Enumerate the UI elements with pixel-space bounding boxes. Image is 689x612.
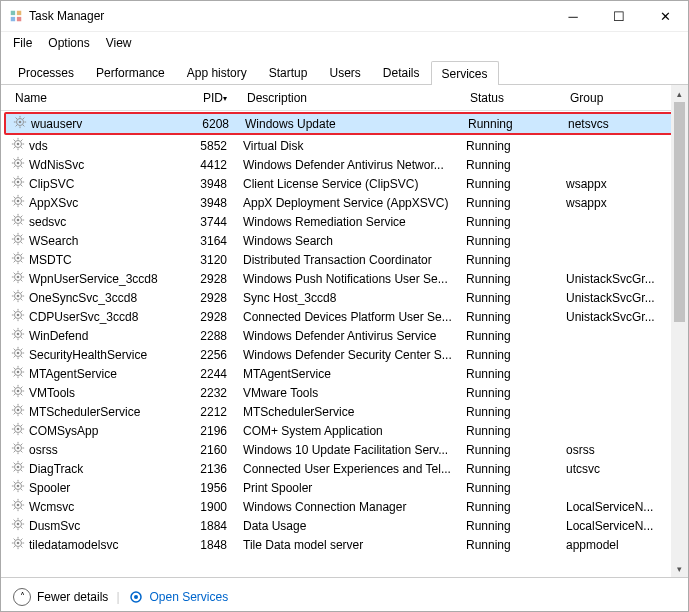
service-description: Windows Search	[243, 234, 466, 248]
table-row[interactable]: MTSchedulerService2212MTSchedulerService…	[1, 402, 688, 421]
close-button[interactable]: ✕	[642, 1, 688, 31]
service-pid: 2196	[195, 424, 243, 438]
service-description: Windows Connection Manager	[243, 500, 466, 514]
table-row[interactable]: wuauserv6208Windows UpdateRunningnetsvcs	[4, 112, 685, 135]
table-row[interactable]: OneSyncSvc_3ccd82928Sync Host_3ccd8Runni…	[1, 288, 688, 307]
service-pid: 2212	[195, 405, 243, 419]
service-status: Running	[466, 462, 566, 476]
scroll-down-icon[interactable]: ▾	[671, 560, 688, 577]
table-row[interactable]: SecurityHealthService2256Windows Defende…	[1, 345, 688, 364]
table-row[interactable]: DusmSvc1884Data UsageRunningLocalService…	[1, 516, 688, 535]
menu-view[interactable]: View	[106, 36, 132, 50]
svg-point-5	[17, 143, 20, 146]
gear-icon	[128, 589, 144, 605]
service-name: COMSysApp	[29, 424, 98, 438]
column-name[interactable]: Name	[11, 91, 195, 105]
service-status: Running	[466, 234, 566, 248]
service-pid: 1848	[195, 538, 243, 552]
svg-point-25	[17, 523, 20, 526]
service-pid: 1900	[195, 500, 243, 514]
tab-services[interactable]: Services	[431, 61, 499, 85]
table-row[interactable]: CDPUserSvc_3ccd82928Connected Devices Pl…	[1, 307, 688, 326]
column-description[interactable]: Description	[243, 91, 466, 105]
svg-point-7	[17, 181, 20, 184]
scroll-up-icon[interactable]: ▴	[671, 85, 688, 102]
service-icon	[11, 308, 25, 325]
service-pid: 3948	[195, 177, 243, 191]
maximize-button[interactable]: ☐	[596, 1, 642, 31]
service-status: Running	[466, 310, 566, 324]
table-row[interactable]: osrss2160Windows 10 Update Facilitation …	[1, 440, 688, 459]
table-row[interactable]: sedsvc3744Windows Remediation ServiceRun…	[1, 212, 688, 231]
scroll-thumb[interactable]	[674, 102, 685, 322]
chevron-up-icon: ˄	[13, 588, 31, 606]
service-status: Running	[466, 538, 566, 552]
service-name: DusmSvc	[29, 519, 80, 533]
svg-rect-2	[11, 17, 15, 21]
service-icon	[11, 251, 25, 268]
table-row[interactable]: MSDTC3120Distributed Transaction Coordin…	[1, 250, 688, 269]
service-pid: 3164	[195, 234, 243, 248]
table-row[interactable]: AppXSvc3948AppX Deployment Service (AppX…	[1, 193, 688, 212]
service-status: Running	[466, 367, 566, 381]
svg-point-9	[17, 219, 20, 222]
minimize-button[interactable]: ─	[550, 1, 596, 31]
tab-startup[interactable]: Startup	[258, 60, 319, 84]
svg-point-18	[17, 390, 20, 393]
service-pid: 1884	[195, 519, 243, 533]
service-group: utcsvc	[566, 462, 688, 476]
table-row[interactable]: WinDefend2288Windows Defender Antivirus …	[1, 326, 688, 345]
sort-desc-icon: ▾	[223, 94, 227, 103]
open-services-link[interactable]: Open Services	[128, 589, 229, 605]
service-name: vds	[29, 139, 48, 153]
service-name: tiledatamodelsvc	[29, 538, 118, 552]
service-icon	[11, 327, 25, 344]
table-row[interactable]: WSearch3164Windows SearchRunning	[1, 231, 688, 250]
table-row[interactable]: DiagTrack2136Connected User Experiences …	[1, 459, 688, 478]
tab-processes[interactable]: Processes	[7, 60, 85, 84]
window-title: Task Manager	[29, 9, 104, 23]
table-row[interactable]: Spooler1956Print SpoolerRunning	[1, 478, 688, 497]
service-status: Running	[468, 117, 568, 131]
menu-file[interactable]: File	[13, 36, 32, 50]
menu-options[interactable]: Options	[48, 36, 89, 50]
service-name: MTAgentService	[29, 367, 117, 381]
service-description: MTAgentService	[243, 367, 466, 381]
column-pid[interactable]: PID▾	[195, 91, 243, 105]
service-group: wsappx	[566, 177, 688, 191]
table-row[interactable]: ClipSVC3948Client License Service (ClipS…	[1, 174, 688, 193]
table-row[interactable]: Wcmsvc1900Windows Connection ManagerRunn…	[1, 497, 688, 516]
service-pid: 2256	[195, 348, 243, 362]
table-row[interactable]: VMTools2232VMware ToolsRunning	[1, 383, 688, 402]
service-name: VMTools	[29, 386, 75, 400]
service-pid: 1956	[195, 481, 243, 495]
service-description: Windows 10 Update Facilitation Serv...	[243, 443, 466, 457]
table-row[interactable]: MTAgentService2244MTAgentServiceRunning	[1, 364, 688, 383]
tab-app-history[interactable]: App history	[176, 60, 258, 84]
service-icon	[11, 403, 25, 420]
service-status: Running	[466, 424, 566, 438]
service-icon	[11, 270, 25, 287]
table-row[interactable]: vds5852Virtual DiskRunning	[1, 136, 688, 155]
tab-users[interactable]: Users	[318, 60, 371, 84]
service-icon	[11, 422, 25, 439]
tab-performance[interactable]: Performance	[85, 60, 176, 84]
service-name: DiagTrack	[29, 462, 83, 476]
service-pid: 3948	[195, 196, 243, 210]
table-row[interactable]: COMSysApp2196COM+ System ApplicationRunn…	[1, 421, 688, 440]
service-pid: 2160	[195, 443, 243, 457]
table-row[interactable]: tiledatamodelsvc1848Tile Data model serv…	[1, 535, 688, 554]
scrollbar[interactable]: ▴ ▾	[671, 85, 688, 577]
service-description: VMware Tools	[243, 386, 466, 400]
fewer-details-button[interactable]: ˄ Fewer details	[13, 588, 108, 606]
svg-point-22	[17, 466, 20, 469]
column-status[interactable]: Status	[466, 91, 566, 105]
service-icon	[11, 365, 25, 382]
tab-details[interactable]: Details	[372, 60, 431, 84]
service-status: Running	[466, 158, 566, 172]
services-table: Name PID▾ Description Status Group wuaus…	[1, 85, 688, 577]
table-row[interactable]: WpnUserService_3ccd82928Windows Push Not…	[1, 269, 688, 288]
column-group[interactable]: Group	[566, 91, 688, 105]
service-icon	[11, 232, 25, 249]
table-row[interactable]: WdNisSvc4412Windows Defender Antivirus N…	[1, 155, 688, 174]
